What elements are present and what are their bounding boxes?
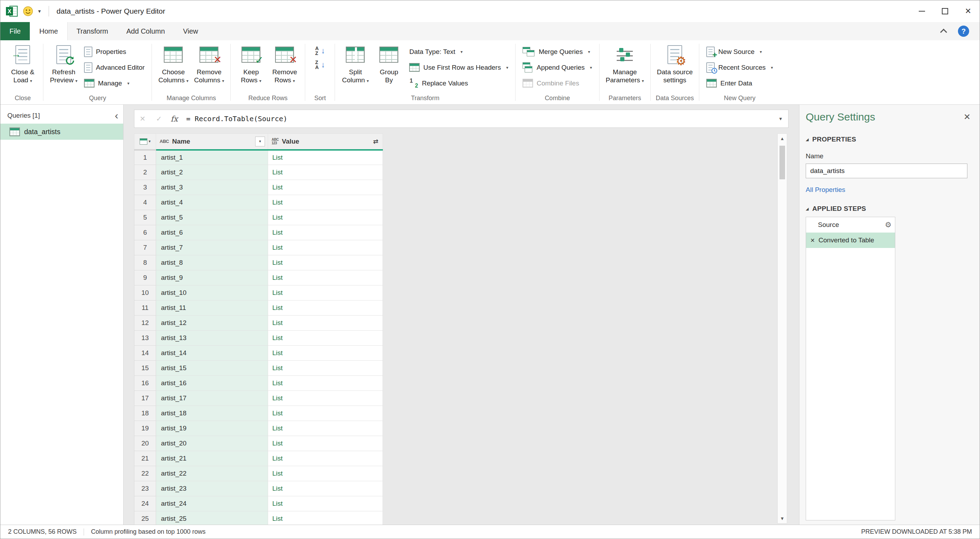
expand-column-icon[interactable]: ⇄ (373, 138, 380, 145)
scroll-up-icon[interactable]: ▲ (780, 136, 785, 141)
row-number[interactable]: 19 (134, 421, 156, 436)
scroll-down-icon[interactable]: ▼ (780, 516, 785, 521)
split-column-button[interactable]: Split Column▾ (339, 44, 372, 85)
name-cell[interactable]: artist_15 (156, 361, 268, 376)
name-cell[interactable]: artist_11 (156, 300, 268, 316)
advanced-editor-button[interactable]: Advanced Editor (81, 59, 148, 75)
value-cell[interactable]: List (268, 406, 383, 421)
feedback-smiley-icon[interactable] (23, 6, 33, 16)
row-number[interactable]: 2 (134, 165, 156, 180)
name-cell[interactable]: artist_19 (156, 421, 268, 436)
all-properties-link[interactable]: All Properties (806, 186, 973, 194)
list-link[interactable]: List (272, 289, 283, 296)
row-number[interactable]: 4 (134, 195, 156, 210)
value-cell[interactable]: List (268, 180, 383, 195)
remove-rows-button[interactable]: ✕ Remove Rows▾ (268, 44, 301, 85)
row-number[interactable]: 3 (134, 180, 156, 195)
value-cell[interactable]: List (268, 361, 383, 376)
collapse-ribbon-icon[interactable] (940, 29, 947, 36)
list-link[interactable]: List (272, 515, 283, 522)
list-link[interactable]: List (272, 274, 283, 281)
tab-add-column[interactable]: Add Column (117, 22, 174, 40)
row-number[interactable]: 18 (134, 406, 156, 421)
value-cell[interactable]: List (268, 481, 383, 496)
row-number[interactable]: 1 (134, 150, 156, 165)
choose-columns-button[interactable]: Choose Columns▾ (155, 44, 191, 85)
list-link[interactable]: List (272, 304, 283, 311)
properties-button[interactable]: Properties (81, 44, 148, 59)
name-cell[interactable]: artist_10 (156, 285, 268, 300)
row-number[interactable]: 8 (134, 255, 156, 270)
value-cell[interactable]: List (268, 225, 383, 240)
recent-sources-button[interactable]: Recent Sources ▾ (703, 59, 776, 75)
name-cell[interactable]: artist_25 (156, 511, 268, 525)
tab-home[interactable]: Home (30, 22, 67, 40)
list-link[interactable]: List (272, 214, 283, 221)
remove-columns-button[interactable]: ✕ Remove Columns▾ (191, 44, 227, 85)
column-header-value[interactable]: ABC 123 Value ⇄ (268, 134, 383, 150)
row-number[interactable]: 7 (134, 240, 156, 255)
row-number[interactable]: 20 (134, 436, 156, 451)
name-cell[interactable]: artist_7 (156, 240, 268, 255)
new-source-button[interactable]: + New Source ▾ (703, 44, 776, 59)
list-link[interactable]: List (272, 410, 283, 417)
column-header-name[interactable]: ABC Name ▾ (156, 134, 268, 150)
row-number[interactable]: 5 (134, 210, 156, 225)
list-link[interactable]: List (272, 379, 283, 387)
replace-values-button[interactable]: 12 Replace Values (406, 75, 512, 91)
close-button[interactable]: ✕ (956, 0, 980, 22)
value-cell[interactable]: List (268, 331, 383, 346)
list-link[interactable]: List (272, 485, 283, 492)
row-number[interactable]: 13 (134, 331, 156, 346)
data-type-button[interactable]: Data Type: Text ▾ (406, 44, 512, 59)
refresh-preview-button[interactable]: Refresh Preview▾ (47, 44, 81, 85)
merge-queries-button[interactable]: Merge Queries ▾ (519, 44, 595, 59)
name-cell[interactable]: artist_23 (156, 481, 268, 496)
list-link[interactable]: List (272, 334, 283, 341)
row-number[interactable]: 17 (134, 391, 156, 406)
query-name-input[interactable] (806, 164, 967, 178)
collapse-queries-pane-icon[interactable]: ‹ (115, 112, 118, 119)
name-cell[interactable]: artist_12 (156, 316, 268, 331)
list-link[interactable]: List (272, 470, 283, 477)
list-link[interactable]: List (272, 169, 283, 176)
delete-step-icon[interactable]: ✕ (810, 237, 815, 244)
value-cell[interactable]: List (268, 285, 383, 300)
row-number[interactable]: 23 (134, 481, 156, 496)
value-cell[interactable]: List (268, 270, 383, 285)
list-link[interactable]: List (272, 244, 283, 251)
value-cell[interactable]: List (268, 436, 383, 451)
row-number[interactable]: 9 (134, 270, 156, 285)
value-cell[interactable]: List (268, 376, 383, 391)
name-cell[interactable]: artist_16 (156, 376, 268, 391)
maximize-button[interactable] (934, 0, 956, 22)
row-number[interactable]: 6 (134, 225, 156, 240)
name-cell[interactable]: artist_22 (156, 466, 268, 481)
help-icon[interactable]: ? (958, 26, 969, 37)
row-number[interactable]: 21 (134, 451, 156, 466)
quick-access-dropdown-icon[interactable]: ▾ (38, 8, 41, 14)
row-number[interactable]: 25 (134, 511, 156, 525)
properties-section-header[interactable]: ◢ PROPERTIES (806, 136, 973, 143)
list-link[interactable]: List (272, 349, 283, 357)
list-link[interactable]: List (272, 364, 283, 372)
value-cell[interactable]: List (268, 316, 383, 331)
sort-descending-button[interactable]: ZA ↓ (309, 58, 331, 72)
list-link[interactable]: List (272, 154, 283, 161)
value-cell[interactable]: List (268, 511, 383, 525)
value-cell[interactable]: List (268, 421, 383, 436)
value-cell[interactable]: List (268, 255, 383, 270)
tab-view[interactable]: View (174, 22, 207, 40)
row-number[interactable]: 24 (134, 496, 156, 511)
name-cell[interactable]: artist_9 (156, 270, 268, 285)
list-link[interactable]: List (272, 500, 283, 507)
data-source-settings-button[interactable]: ⚙ Data source settings (654, 44, 695, 84)
name-cell[interactable]: artist_21 (156, 451, 268, 466)
enter-data-button[interactable]: Enter Data (703, 75, 776, 91)
value-cell[interactable]: List (268, 195, 383, 210)
value-cell[interactable]: List (268, 451, 383, 466)
value-cell[interactable]: List (268, 240, 383, 255)
manage-button[interactable]: Manage ▾ (81, 75, 148, 91)
name-cell[interactable]: artist_8 (156, 255, 268, 270)
applied-step-source[interactable]: Source ⚙ (806, 217, 895, 233)
